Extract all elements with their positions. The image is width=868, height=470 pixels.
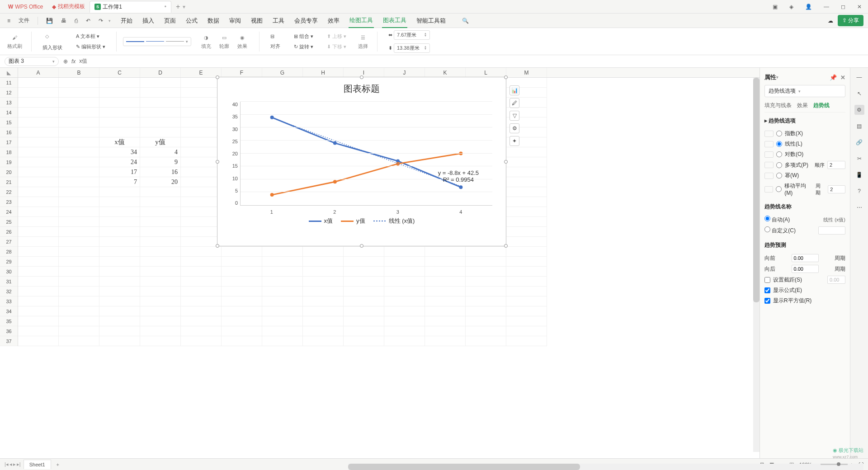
cube-icon[interactable]: ◈: [787, 4, 796, 10]
save-icon[interactable]: 💾: [43, 16, 56, 26]
maximize-button[interactable]: ◻: [838, 4, 848, 10]
tab-formula[interactable]: 公式: [185, 14, 198, 28]
select-all-corner[interactable]: ◣: [0, 68, 18, 77]
help-icon[interactable]: ?: [854, 186, 864, 196]
tab-drawing[interactable]: 绘图工具: [349, 14, 374, 28]
chart-plot-area[interactable]: 4035302520151050 1234 y = -8.: [240, 102, 492, 206]
app-icon[interactable]: ▣: [770, 4, 780, 10]
trendline-dropdown[interactable]: 趋势线选项▾: [764, 85, 845, 97]
tools-icon[interactable]: ✂: [854, 154, 864, 164]
first-sheet-icon[interactable]: |◂: [5, 461, 9, 467]
print-preview-icon[interactable]: 🖶: [58, 16, 69, 26]
zoom-slider[interactable]: [821, 464, 848, 465]
file-menu[interactable]: 文件: [16, 15, 32, 26]
tab-view[interactable]: 视图: [250, 14, 264, 28]
chart-elements-icon[interactable]: 📊: [509, 85, 519, 95]
redo-icon[interactable]: ↷: [96, 16, 106, 26]
phone-icon[interactable]: 📱: [854, 170, 864, 180]
tab-page[interactable]: 页面: [163, 14, 177, 28]
trend-moving-average[interactable]: 移动平均(M) 周期 2: [764, 181, 845, 197]
name-box[interactable]: 图表 3 ▾: [5, 57, 59, 66]
cursor-icon[interactable]: ↖: [854, 89, 864, 99]
layers-icon[interactable]: ▤: [854, 121, 864, 131]
next-sheet-icon[interactable]: ▸: [13, 461, 16, 467]
align-button[interactable]: ⊟: [269, 33, 276, 40]
tab-effect[interactable]: 效果: [797, 102, 808, 109]
width-input[interactable]: 7.67厘米▲▼: [394, 30, 430, 40]
tab-start[interactable]: 开始: [120, 14, 133, 28]
shape-style-gallery[interactable]: ▾: [123, 37, 191, 46]
app-tab-workbook[interactable]: S 工作簿1 •: [90, 1, 171, 13]
close-panel-icon[interactable]: ✕: [840, 74, 845, 81]
forward-input[interactable]: [792, 254, 819, 262]
textbox-button[interactable]: A 文本框 ▾: [74, 32, 101, 41]
avatar-icon[interactable]: 👤: [802, 4, 815, 10]
search-icon[interactable]: 🔍: [459, 16, 472, 26]
tab-tools[interactable]: 工具: [272, 14, 285, 28]
print-icon[interactable]: ⎙: [72, 16, 80, 26]
trend-polynomial[interactable]: 多项式(P) 顺序 2: [764, 160, 845, 170]
settings-icon[interactable]: ⚙: [854, 105, 864, 115]
trend-exponential[interactable]: 指数(X): [764, 128, 845, 139]
tab-data[interactable]: 数据: [207, 14, 220, 28]
tab-insert[interactable]: 插入: [142, 14, 155, 28]
undo-icon[interactable]: ↶: [83, 16, 93, 26]
chart-legend[interactable]: x值 y值 线性 (x值): [217, 217, 506, 225]
cloud-icon[interactable]: ☁: [828, 18, 833, 24]
tab-review[interactable]: 审阅: [228, 14, 242, 28]
auto-name-radio[interactable]: 自动(A): [764, 216, 790, 224]
custom-name-radio[interactable]: 自定义(C): [764, 226, 796, 235]
tab-fill-line[interactable]: 填充与线条: [764, 102, 792, 109]
sheet-tab[interactable]: Sheet1: [24, 460, 51, 469]
height-input[interactable]: 13.38厘米▲▼: [394, 43, 430, 53]
app-tab-wps[interactable]: W WPS Office: [4, 2, 47, 12]
last-sheet-icon[interactable]: ▸|: [17, 461, 21, 467]
outline-button[interactable]: ▭轮廓: [217, 33, 232, 50]
app-tab-template[interactable]: ◆ 找稻壳模板: [47, 1, 90, 12]
horizontal-scrollbar[interactable]: [348, 464, 863, 470]
trend-power[interactable]: 幂(W): [764, 170, 845, 181]
select-button[interactable]: ☰ 选择: [355, 33, 371, 50]
insert-shape-button[interactable]: ◇: [41, 31, 53, 42]
tab-member[interactable]: 会员专享: [293, 14, 319, 28]
pin-icon[interactable]: 📌: [830, 74, 837, 81]
tab-efficiency[interactable]: 效率: [327, 14, 340, 28]
trend-linear[interactable]: 线性(L): [764, 139, 845, 149]
new-tab-button[interactable]: +: [176, 3, 180, 11]
chart-title[interactable]: 图表标题: [217, 83, 506, 95]
series-y[interactable]: [272, 154, 461, 195]
tab-list-icon[interactable]: ▾: [183, 4, 185, 10]
chart-filter-icon[interactable]: ▽: [509, 111, 519, 121]
more-icon[interactable]: ⋯: [854, 202, 864, 212]
hamburger-icon[interactable]: ≡: [5, 16, 13, 26]
trend-logarithmic[interactable]: 对数(O): [764, 149, 845, 160]
rotate-button[interactable]: ↻ 旋转 ▾: [292, 42, 315, 51]
add-sheet-icon[interactable]: +: [54, 462, 62, 467]
tab-smart[interactable]: 智能工具箱: [415, 14, 447, 28]
trendline-equation[interactable]: y = -8.8x + 42.5 R² = 0.9954: [438, 169, 479, 183]
tab-trendline[interactable]: 趋势线: [813, 102, 830, 109]
chart-settings-icon[interactable]: ⚙: [509, 123, 519, 133]
vertical-scrollbar[interactable]: [753, 78, 760, 452]
chart-object[interactable]: 图表标题 4035302520151050 1234: [217, 77, 506, 246]
group-button[interactable]: ⊞ 组合 ▾: [292, 32, 315, 41]
edit-shape-button[interactable]: ✎ 编辑形状 ▾: [74, 42, 107, 51]
effect-button[interactable]: ◉效果: [235, 33, 250, 50]
dropdown-icon[interactable]: ▾: [108, 19, 111, 23]
minimize-button[interactable]: —: [821, 4, 832, 10]
link-icon[interactable]: 🔗: [854, 137, 864, 147]
prev-sheet-icon[interactable]: ◂: [9, 461, 12, 467]
close-button[interactable]: ✕: [854, 4, 864, 10]
collapse-icon[interactable]: —: [854, 72, 864, 82]
spreadsheet[interactable]: ◣ A B C D E F G H I J K L M 111213141516…: [0, 68, 760, 458]
fx-icon[interactable]: fx: [71, 58, 75, 65]
backward-input[interactable]: [792, 265, 819, 273]
fill-button[interactable]: ◑填充: [198, 33, 214, 50]
tab-close-icon[interactable]: •: [165, 4, 166, 10]
show-r2-checkbox[interactable]: 显示R平方值(R): [764, 296, 845, 306]
tab-chart[interactable]: 图表工具: [382, 14, 407, 28]
share-button[interactable]: ⇪ 分享: [838, 15, 863, 26]
format-painter-group[interactable]: 🖌 格式刷: [5, 33, 25, 50]
custom-name-input[interactable]: [818, 226, 845, 235]
show-equation-checkbox[interactable]: 显示公式(E): [764, 285, 845, 296]
